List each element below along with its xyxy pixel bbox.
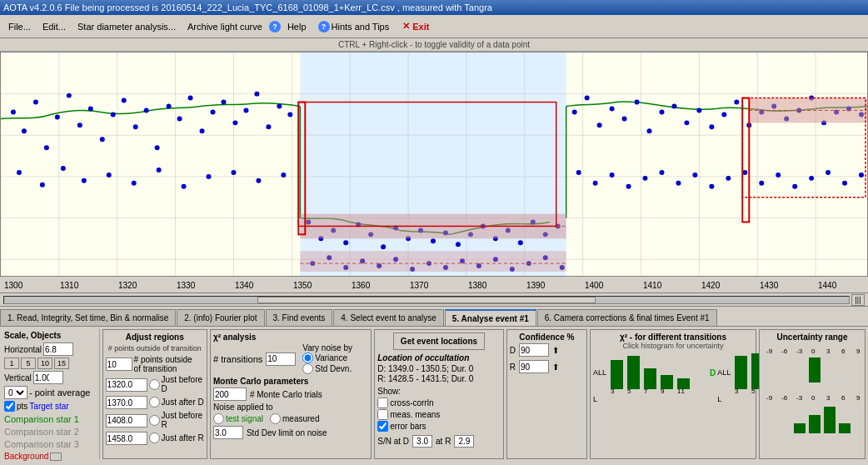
just-before-d-radio-label[interactable]: Just before D [149, 375, 204, 393]
stddev-radio[interactable] [302, 363, 313, 374]
svg-text:1340: 1340 [235, 281, 254, 290]
tab-4[interactable]: 4. Select event to analyse [333, 309, 444, 326]
adjust-d-before-input[interactable] [106, 378, 147, 392]
just-before-r-radio[interactable] [149, 415, 160, 426]
horizontal-input[interactable] [43, 342, 73, 356]
tab-6-label: 6. Camera corrections & final times Even… [545, 313, 710, 322]
hints-tips-button[interactable]: ? Hints and Tips [313, 19, 395, 34]
svg-point-106 [659, 109, 664, 114]
svg-point-38 [167, 104, 172, 109]
chi2-title: χ² analysis [213, 332, 368, 342]
svg-text:1400: 1400 [585, 281, 604, 290]
vertical-label: Vertical [4, 373, 32, 382]
cross-corrln-cb[interactable] [377, 398, 388, 408]
conf-d-label: D [510, 346, 516, 355]
meas-means-label[interactable]: meas. means [377, 409, 500, 420]
svg-text:-9: -9 [766, 348, 773, 355]
svg-rect-193 [809, 358, 821, 382]
conf-d-input[interactable] [519, 343, 549, 357]
just-after-r-radio[interactable] [149, 432, 160, 443]
error-bars-cb[interactable] [377, 421, 388, 432]
conf-r-input[interactable] [519, 360, 549, 373]
svg-point-25 [22, 128, 27, 133]
just-after-r-label: Just after R [162, 433, 204, 442]
stddev-radio-label[interactable]: Std Devn. [302, 363, 352, 374]
chi2-r-l-label: L [717, 395, 727, 403]
tab-5[interactable]: 5. Analyse event #1 [445, 309, 536, 326]
tab-2[interactable]: 2. (info) Fourier plot [177, 309, 264, 326]
star-diameter-menu[interactable]: Star diameter analysis... [72, 20, 181, 33]
chi2-d-l-label: L [593, 395, 603, 403]
ctrl-hint-text: CTRL + Right-click - to toggle validity … [338, 40, 530, 49]
svg-rect-176 [735, 356, 747, 389]
monte-carlo-input[interactable] [213, 388, 247, 401]
bg-row: Background [4, 452, 97, 461]
file-menu[interactable]: File... [3, 20, 36, 33]
adjust-pts-input[interactable] [106, 358, 132, 371]
scale-1-btn[interactable]: 1 [4, 358, 19, 369]
help-menu[interactable]: Help [282, 20, 312, 33]
chi2-hist-panel[interactable]: χ² - for different transitions Click his… [590, 329, 756, 459]
scrollbar-thumb[interactable] [257, 297, 596, 303]
measured-radio-label[interactable]: measured [270, 413, 319, 424]
svg-text:1440: 1440 [818, 281, 837, 290]
titlebar: AOTA v4.2.0.6 File being processed is 20… [0, 0, 868, 15]
svg-point-57 [182, 184, 187, 189]
r-location: R: 1428.5 - 1431.5; Dur. 0 [377, 374, 500, 383]
variance-radio[interactable] [302, 352, 313, 363]
error-bars-label[interactable]: error bars [377, 421, 500, 432]
adjust-r-after-input[interactable] [106, 432, 147, 445]
just-before-d-radio[interactable] [149, 379, 160, 390]
svg-point-130 [692, 172, 697, 178]
uncertainty-d-chart[interactable]: -9 -6 -3 0 3 6 9 [762, 345, 862, 387]
std-dev-row: Std Dev limit on noise [213, 426, 368, 439]
pts-checkbox[interactable] [4, 401, 15, 412]
conf-r-label: R [510, 362, 516, 372]
std-dev-input[interactable] [213, 426, 243, 439]
svg-point-29 [67, 93, 72, 98]
scale-15-btn[interactable]: 15 [54, 358, 69, 369]
just-after-r-radio-label[interactable]: Just after R [149, 432, 204, 443]
svg-point-53 [82, 178, 87, 183]
test-signal-radio[interactable] [213, 413, 224, 424]
scroll-center-btn[interactable]: ||| [851, 294, 865, 306]
svg-text:1310: 1310 [60, 281, 79, 290]
svg-point-54 [107, 172, 112, 178]
exit-x-icon: ✕ [402, 21, 410, 32]
chi2-d-hist[interactable]: 3 5 7 9 11 [606, 352, 706, 393]
scale-5-btn[interactable]: 5 [21, 358, 36, 369]
scrollbar-area[interactable]: ||| [0, 293, 868, 307]
point-avg-label: - point average [29, 388, 90, 398]
tab-1[interactable]: 1. Read, Integrity, Set time, Bin & norm… [0, 309, 176, 326]
exit-button[interactable]: ✕ Exit [396, 19, 436, 33]
archive-menu[interactable]: Archive light curve [182, 20, 267, 33]
vertical-input[interactable] [33, 371, 63, 384]
scale-10-btn[interactable]: 10 [37, 358, 52, 369]
adjust-d-after-input[interactable] [106, 396, 147, 409]
ctrlbar: CTRL + Right-click - to toggle validity … [0, 38, 868, 52]
menubar: File... Edit... Star diameter analysis..… [0, 15, 868, 38]
edit-menu[interactable]: Edit... [37, 20, 71, 33]
svg-point-50 [17, 170, 22, 175]
just-after-d-radio-label[interactable]: Just after D [149, 397, 204, 408]
tab-3[interactable]: 3. Find events [266, 309, 333, 326]
get-event-locations-btn[interactable]: Get event locations [393, 332, 485, 350]
meas-means-cb[interactable] [377, 409, 388, 420]
transitions-input[interactable] [266, 352, 296, 366]
just-before-r-radio-label[interactable]: Just before R [149, 411, 204, 429]
cross-corrln-label[interactable]: cross-corrln [377, 398, 500, 408]
just-after-d-radio[interactable] [149, 397, 160, 408]
measured-radio[interactable] [270, 413, 281, 424]
horizontal-scrollbar[interactable] [3, 296, 850, 304]
svg-rect-142 [300, 251, 566, 272]
uncertainty-r-chart[interactable]: -9 -6 -3 0 3 6 9 [762, 392, 862, 438]
tab-6[interactable]: 6. Camera corrections & final times Even… [537, 309, 717, 326]
variance-radio-label[interactable]: Variance [302, 352, 352, 363]
point-avg-dropdown[interactable]: 035 [4, 386, 27, 399]
svg-point-135 [776, 172, 781, 178]
chart-area [0, 52, 868, 277]
adjust-r-before-input[interactable] [106, 414, 147, 428]
chi2-d-section: ALL 3 5 7 9 11 D L [593, 352, 716, 456]
svg-point-28 [55, 114, 60, 119]
test-signal-label[interactable]: test signal [213, 413, 263, 424]
